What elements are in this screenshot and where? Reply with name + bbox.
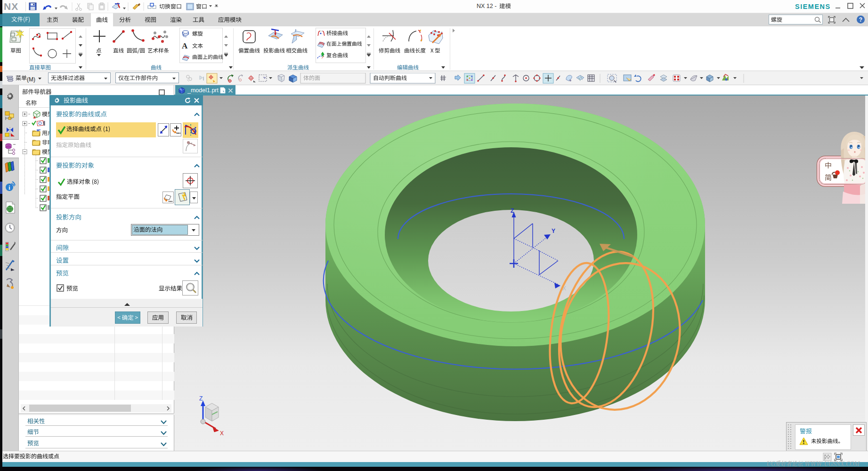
svg-text:?: ? [859,16,862,23]
svg-text:Y: Y [552,228,555,234]
svg-text:Z: Z [511,208,514,214]
svg-text:Z: Z [199,395,203,402]
svg-text:X: X [220,430,224,437]
